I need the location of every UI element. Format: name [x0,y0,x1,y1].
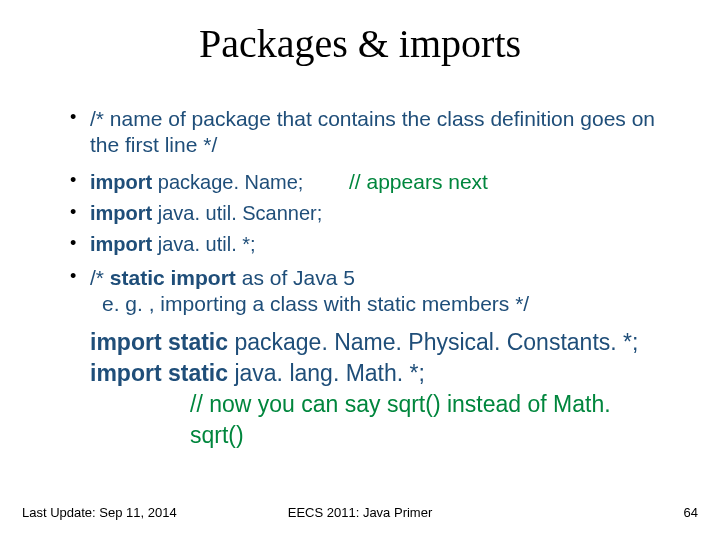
slide-content: /* name of package that contains the cla… [60,106,670,451]
keyword-import: import [90,171,152,193]
bullet-import-scanner: import java. util. Scanner; [60,201,670,226]
line-sqrt-comment: // now you can say sqrt() instead of Mat… [190,389,670,451]
inline-comment: // appears next [349,170,488,193]
static-import-block: import static package. Name. Physical. C… [90,327,670,451]
slide-title: Packages & imports [0,0,720,67]
keyword-import-static: import static [90,329,228,355]
footer-course: EECS 2011: Java Primer [22,505,698,520]
keyword-import: import [90,202,152,224]
import-target: java. lang. Math. *; [228,360,425,386]
footer-page-number: 64 [684,505,698,520]
static-import-sub: e. g. , importing a class with static me… [102,291,670,317]
comment-text: /* name of package that contains the cla… [90,107,655,156]
bullet-import-wildcard: import java. util. *; [60,232,670,257]
bullet-static-import: /* static import as of Java 5 e. g. , im… [60,265,670,318]
comment-open: /* [90,266,110,289]
keyword-import-static: import static [90,360,228,386]
comment-suffix: as of Java 5 [236,266,355,289]
line-import-constants: import static package. Name. Physical. C… [90,327,670,358]
footer: Last Update: Sep 11, 2014 EECS 2011: Jav… [22,505,698,520]
slide: Packages & imports /* name of package th… [0,0,720,540]
keyword-import: import [90,233,152,255]
line-import-math: import static java. lang. Math. *; [90,358,670,389]
import-target: java. util. *; [152,233,255,255]
import-target: java. util. Scanner; [152,202,322,224]
static-import-label: static import [110,266,236,289]
bullet-import-package: import package. Name; // appears next [60,169,670,195]
import-target: package. Name. Physical. Constants. *; [228,329,638,355]
bullet-comment: /* name of package that contains the cla… [60,106,670,159]
bullet-list: /* name of package that contains the cla… [60,106,670,317]
import-target: package. Name; [152,171,303,193]
